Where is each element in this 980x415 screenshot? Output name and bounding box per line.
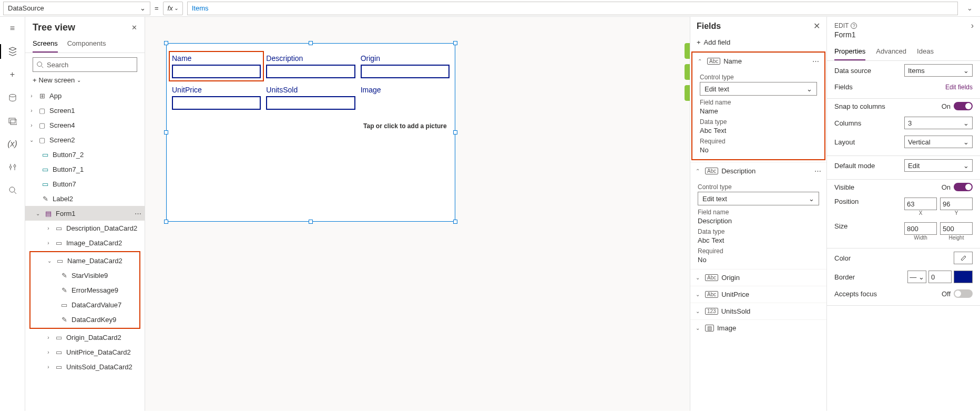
edit-fields-link[interactable]: Edit fields [945, 84, 973, 91]
data-icon[interactable] [0, 86, 25, 109]
node-origin-dc[interactable]: ›▭ Origin_DataCard2 [25, 330, 145, 345]
field-image: ⌄ ▧ Image [690, 319, 826, 336]
tab-screens[interactable]: Screens [33, 35, 58, 53]
expand-icon[interactable]: › [971, 21, 974, 30]
close-icon[interactable]: ✕ [813, 21, 820, 31]
tools-icon[interactable] [0, 155, 25, 179]
resize-handle[interactable] [453, 41, 457, 45]
datacard-unitprice[interactable]: UnitPrice [172, 86, 261, 130]
node-button7[interactable]: ▭ Button7 [25, 177, 145, 191]
resize-handle[interactable] [309, 220, 313, 224]
card-input[interactable] [361, 65, 450, 78]
canvas[interactable]: Name Description Origin UnitPrice UnitsS… [145, 17, 690, 411]
variables-icon[interactable]: (x) [0, 132, 25, 155]
green-button-2[interactable] [685, 64, 690, 80]
position-y-input[interactable]: 96 [940, 198, 973, 210]
node-name-dc[interactable]: ⌄▭ Name_DataCard2 [30, 253, 139, 268]
color-picker[interactable] [954, 252, 973, 264]
info-icon[interactable]: ? [851, 23, 857, 29]
border-width-input[interactable]: 0 [928, 271, 952, 283]
close-icon[interactable]: ✕ [131, 24, 137, 32]
datacard-name[interactable]: Name [169, 51, 264, 81]
node-image-dc[interactable]: ›▭ Image_DataCard2 [25, 235, 145, 250]
tab-ideas[interactable]: Ideas [917, 43, 934, 60]
datacard-description[interactable]: Description [266, 54, 355, 78]
control-type-dropdown[interactable]: Edit text ⌄ [700, 82, 817, 96]
node-button7-1[interactable]: ▭ Button7_1 [25, 162, 145, 177]
resize-handle[interactable] [453, 130, 457, 134]
layout-dropdown[interactable]: Vertical ⌄ [904, 136, 973, 148]
border-style-dropdown[interactable]: — ⌄ [907, 271, 926, 283]
node-form1[interactable]: ⌄▤ Form1 ⋯ [25, 206, 145, 221]
card-input[interactable] [172, 96, 261, 110]
svg-point-3 [9, 187, 15, 192]
node-screen2[interactable]: ⌄▢ Screen2 [25, 132, 145, 147]
field-row-image[interactable]: ⌄ ▧ Image [690, 320, 826, 336]
insert-icon[interactable]: + [0, 63, 25, 86]
node-datacardvalue[interactable]: ▭ DataCardValue7 [30, 297, 139, 312]
datacard-unitssold[interactable]: UnitsSold [266, 86, 355, 130]
datacard-image[interactable]: Image Tap or click to add a picture [361, 86, 450, 130]
card-input[interactable] [172, 65, 261, 78]
visible-toggle[interactable] [954, 183, 973, 191]
image-placeholder-text[interactable]: Tap or click to add a picture [361, 122, 450, 130]
card-input[interactable] [266, 96, 355, 110]
card-input[interactable] [266, 65, 355, 78]
green-button-3[interactable] [685, 85, 690, 101]
control-type-dropdown[interactable]: Edit text ⌄ [698, 192, 819, 205]
tree-view-icon[interactable] [0, 40, 25, 63]
node-screen4[interactable]: ›▢ Screen4 [25, 118, 145, 132]
media-icon[interactable] [0, 109, 25, 132]
node-starvisible[interactable]: ✎ StarVisible9 [30, 268, 139, 283]
property-dropdown[interactable]: DataSource ⌄ [3, 2, 150, 15]
snap-toggle[interactable] [954, 102, 973, 110]
resize-handle[interactable] [309, 41, 313, 45]
field-row-description[interactable]: ⌃ Abc Description ⋯ [690, 163, 826, 179]
node-unitprice-dc[interactable]: ›▭ UnitPrice_DataCard2 [25, 345, 145, 359]
position-x-input[interactable]: 63 [904, 198, 937, 210]
node-unitssold-dc[interactable]: ›▭ UnitsSold_DataCard2 [25, 359, 145, 374]
tab-properties[interactable]: Properties [834, 43, 865, 60]
more-icon[interactable]: ⋯ [135, 210, 141, 217]
hamburger-icon[interactable]: ≡ [0, 17, 25, 40]
border-color-swatch[interactable] [954, 271, 973, 283]
more-icon[interactable]: ⋯ [812, 57, 819, 65]
new-screen-button[interactable]: + New screen ⌄ [33, 76, 137, 84]
form-control[interactable]: Name Description Origin UnitPrice UnitsS… [166, 43, 455, 222]
tree-search-input[interactable]: Search [33, 57, 137, 72]
tab-components[interactable]: Components [67, 35, 106, 53]
node-app[interactable]: ›⊞ App [25, 88, 145, 103]
paint-icon [959, 254, 967, 262]
tab-advanced[interactable]: Advanced [876, 43, 906, 60]
node-button7-2[interactable]: ▭ Button7_2 [25, 147, 145, 162]
more-icon[interactable]: ⋯ [814, 167, 821, 175]
expand-formula-icon[interactable]: ⌄ [962, 1, 977, 16]
formula-input[interactable]: Items [187, 2, 958, 15]
datacard-origin[interactable]: Origin [361, 54, 450, 78]
add-field-button[interactable]: + Add field [690, 35, 826, 49]
node-errormsg[interactable]: ✎ ErrorMessage9 [30, 283, 139, 297]
datasource-dropdown[interactable]: Items ⌄ [904, 64, 973, 77]
node-label2[interactable]: ✎ Label2 [25, 191, 145, 206]
columns-dropdown[interactable]: 3 ⌄ [904, 117, 973, 129]
size-width-input[interactable]: 800 [904, 222, 937, 235]
field-row-unitssold[interactable]: ⌄ 123 UnitsSold [690, 303, 826, 319]
defaultmode-dropdown[interactable]: Edit ⌄ [904, 159, 973, 172]
acceptsfocus-toggle[interactable] [954, 289, 973, 298]
resize-handle[interactable] [164, 220, 168, 224]
node-desc-dc[interactable]: ›▭ Description_DataCard2 [25, 221, 145, 235]
resize-handle[interactable] [164, 41, 168, 45]
field-row-origin[interactable]: ⌄ Abc Origin [690, 269, 826, 286]
field-row-unitprice[interactable]: ⌄ Abc UnitPrice [690, 286, 826, 303]
add-field-label: Add field [704, 38, 731, 46]
formula-bar: DataSource ⌄ = fx ⌄ Items ⌄ [0, 0, 980, 17]
field-row-name[interactable]: ⌃ Abc Name ⋯ [692, 53, 824, 69]
resize-handle[interactable] [164, 130, 168, 134]
fx-button[interactable]: fx ⌄ [163, 2, 183, 15]
size-height-input[interactable]: 500 [940, 222, 973, 235]
node-datacardkey[interactable]: ✎ DataCardKey9 [30, 312, 139, 327]
green-button-1[interactable] [685, 43, 690, 59]
node-screen1[interactable]: ›▢ Screen1 [25, 103, 145, 118]
resize-handle[interactable] [453, 220, 457, 224]
search-icon[interactable] [0, 179, 25, 202]
